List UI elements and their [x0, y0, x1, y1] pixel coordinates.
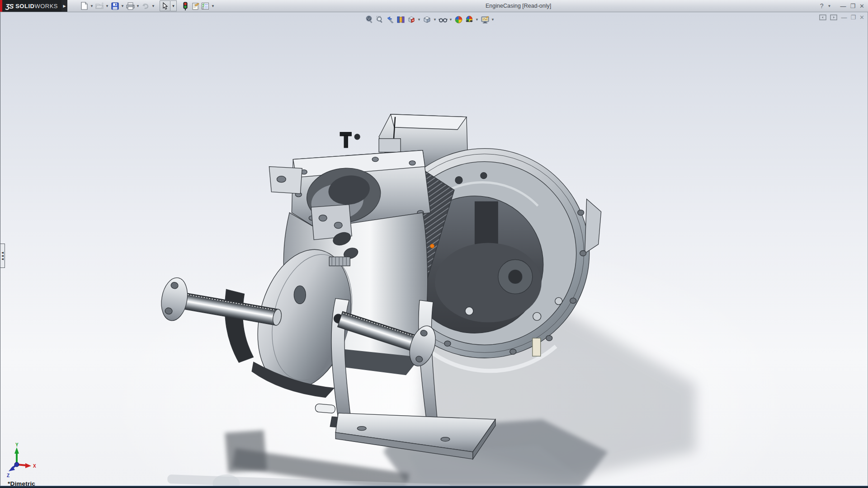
view-settings-button[interactable] — [480, 15, 490, 24]
open-dropdown[interactable]: ▼ — [104, 1, 110, 11]
new-dropdown[interactable]: ▼ — [89, 1, 94, 11]
display-style-icon — [423, 15, 431, 24]
headsup-view-toolbar: ▼ ▼ ▼ — [365, 15, 495, 24]
undo-dropdown[interactable]: ▼ — [151, 1, 156, 11]
show-right-pane-button[interactable] — [830, 14, 837, 20]
save-dropdown[interactable]: ▼ — [120, 1, 125, 11]
collapse-arrow-icon: ◀ — [1, 252, 4, 253]
close-window-button[interactable]: ✕ — [859, 3, 864, 9]
close-document-button[interactable]: ✕ — [859, 14, 864, 20]
new-document-button[interactable] — [79, 1, 89, 11]
display-style-button[interactable] — [422, 15, 432, 24]
edit-appearance-button[interactable] — [454, 15, 463, 24]
selection-point-marker[interactable] — [430, 244, 434, 248]
brand-mark: ƷS — [5, 2, 13, 10]
feature-tree-flyout-tab[interactable]: ◀ ◀ ◀ — [0, 244, 5, 268]
view-settings-dropdown[interactable]: ▼ — [491, 18, 495, 22]
hide-show-items-dropdown[interactable]: ▼ — [448, 18, 453, 22]
x-axis-label: X — [33, 464, 36, 469]
restore-window-button[interactable]: ❐ — [850, 3, 855, 9]
print-button[interactable] — [125, 1, 135, 11]
standard-toolbar: ▼ ▼ ▼ ▼ — [79, 0, 216, 12]
y-axis-label: Y — [15, 443, 19, 447]
section-view-icon — [396, 15, 405, 24]
menu-flyout-button[interactable]: ▶ — [61, 0, 67, 12]
collapse-arrow-icon: ◀ — [1, 255, 4, 257]
open-icon — [95, 2, 104, 9]
zoom-to-area-button[interactable] — [375, 15, 385, 24]
apply-scene-button[interactable] — [464, 15, 474, 24]
file-properties-icon — [191, 2, 199, 10]
apply-scene-icon — [465, 15, 474, 24]
print-dropdown[interactable]: ▼ — [135, 1, 141, 11]
save-button[interactable] — [110, 1, 120, 11]
select-cursor-icon — [162, 2, 168, 10]
previous-view-button[interactable] — [386, 15, 395, 24]
options-button[interactable] — [200, 1, 210, 11]
zoom-to-fit-button[interactable] — [365, 15, 374, 24]
engine-casing-3d-model[interactable] — [0, 12, 868, 488]
view-orientation-icon — [407, 15, 415, 24]
solidworks-logo: ƷS SOLID WORKS — [2, 0, 61, 12]
options-dropdown[interactable]: ▼ — [210, 1, 216, 11]
undo-icon — [142, 2, 150, 10]
previous-view-icon — [386, 15, 395, 24]
view-orientation-button[interactable] — [406, 15, 416, 24]
open-button[interactable] — [94, 1, 104, 11]
hide-show-items-button[interactable] — [438, 15, 448, 24]
flyout-arrow-icon: ▶ — [63, 4, 66, 8]
collapse-arrow-icon: ◀ — [1, 258, 4, 260]
window-title: EngineCasing [Read-only] — [486, 3, 551, 9]
zoom-to-fit-icon — [365, 15, 374, 24]
help-dropdown[interactable]: ▼ — [828, 4, 831, 8]
brand-name-light: WORKS — [34, 3, 58, 9]
save-icon — [111, 2, 119, 10]
minimize-window-button[interactable]: — — [840, 3, 846, 9]
display-style-dropdown[interactable]: ▼ — [433, 18, 437, 22]
zoom-to-area-icon — [376, 15, 384, 24]
file-properties-button[interactable] — [190, 1, 200, 11]
graphics-viewport[interactable]: ▼ ▼ ▼ — [0, 12, 868, 488]
show-left-pane-button[interactable] — [819, 14, 826, 20]
brand-name-bold: SOLID — [15, 3, 34, 9]
restore-document-button[interactable]: ❐ — [850, 14, 856, 20]
rebuild-button[interactable] — [180, 1, 190, 11]
window-controls: ? ▼ — ❐ ✕ — [820, 0, 864, 12]
help-button[interactable]: ? — [820, 3, 824, 9]
view-orientation-dropdown[interactable]: ▼ — [417, 18, 421, 22]
view-settings-monitor-icon — [481, 16, 490, 24]
z-axis-label: Z — [7, 473, 9, 478]
apply-scene-dropdown[interactable]: ▼ — [475, 18, 479, 22]
select-dropdown[interactable]: ▼ — [170, 0, 177, 11]
document-window-controls: — ❐ ✕ — [819, 14, 864, 20]
select-tool-button[interactable] — [160, 0, 170, 11]
options-checklist-icon — [201, 2, 209, 10]
section-view-button[interactable] — [396, 15, 406, 24]
undo-button[interactable] — [141, 1, 151, 11]
rebuild-traffic-light-icon — [183, 2, 188, 10]
window-bottom-edge — [0, 486, 868, 488]
minimize-document-button[interactable]: — — [841, 14, 847, 20]
title-bar: ƷS SOLID WORKS ▶ ▼ ▼ — [0, 0, 868, 12]
print-icon — [126, 2, 135, 10]
hide-show-items-glasses-icon — [439, 15, 448, 24]
edit-appearance-ball-icon — [454, 15, 463, 24]
new-document-icon — [80, 2, 88, 10]
